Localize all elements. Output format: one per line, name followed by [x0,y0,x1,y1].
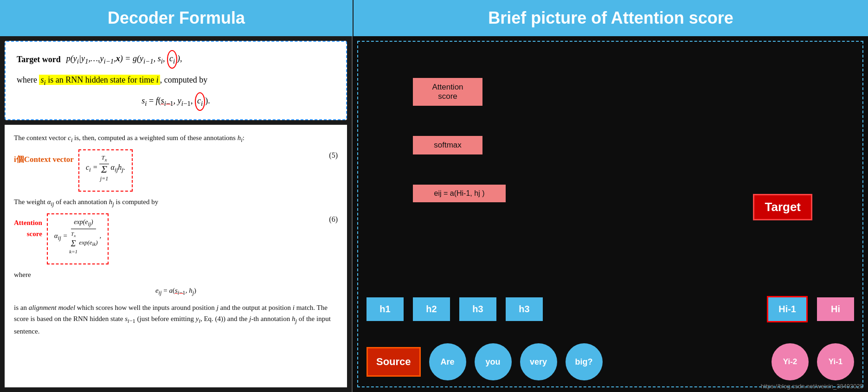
softmax-box: softmax [413,136,482,154]
hidden-states-row: h1 h2 h3 h3 Hi-1 Hi [366,296,854,322]
eij-formula: eij = a(si−1, hj) [14,285,338,297]
watermark: https://blog.csdn.net/weixin_38493025 [761,383,863,390]
formula-line2: where si is an RNN hidden state for time… [17,72,335,89]
right-header: Brief picture of Attention score [353,0,868,36]
formula-eq1: p(yi|y1,…,yi−1,x) = g(yi−1, si, ci), [66,50,182,69]
eq5-formula: ci = Tx Σ j=1 αijhj. [86,153,125,183]
eq6-row: αij = exp(eij) Tx Σ k=1 exp(eik) [54,217,101,256]
eq6-number: (6) [329,213,338,225]
left-panel: Target word p(yi|y1,…,yi−1,x) = g(yi−1, … [0,36,353,392]
formula-line1: Target word p(yi|y1,…,yi−1,x) = g(yi−1, … [17,50,335,69]
paragraph-3-where: where [14,269,338,280]
word-very: very [520,343,557,380]
eij-box: eij = a(Hi-1, hj ) [413,185,506,202]
h3-box-2: h3 [506,297,543,321]
context-vector-label: i個Context vector [14,153,74,166]
h1-box: h1 [366,297,404,321]
left-header: Decoder Formula [0,0,353,36]
right-panel: Attention score softmax eij = a(Hi-1, hj… [353,36,868,392]
formula-line3: si = f(si−1, yi−1, ci). [17,92,335,111]
text-content-area: The context vector ci is, then, computed… [5,125,347,387]
attention-score-label: Attention score [14,217,42,239]
yi-minus-2: Yi-2 [772,343,809,380]
eq5-dashed-box: ci = Tx Σ j=1 αijhj. [78,149,133,192]
highlight-si: si is an RNN hidden state for time i [39,75,160,85]
right-header-title: Brief picture of Attention score [488,8,733,28]
word-you: you [475,343,512,380]
paragraph-1: The context vector ci is, then, computed… [14,132,338,145]
eq5-row: ci = Tx Σ j=1 αijhj. [86,153,125,183]
attention-score-section: Attention score αij = exp(eij) Tx Σ [14,213,338,264]
hi-box: Hi [817,297,854,321]
hi-minus-1-box: Hi-1 [767,296,808,322]
formula-box: Target word p(yi|y1,…,yi−1,x) = g(yi−1, … [5,41,347,120]
yi-minus-1: Yi-1 [817,343,854,380]
attention-score-box: Attention score [413,78,482,106]
paragraph-2: The weight αij of each annotation hj is … [14,196,338,209]
h2-box: h2 [413,297,450,321]
source-label-box: Source [366,347,421,377]
left-header-title: Decoder Formula [108,8,245,28]
eq5-number: (5) [329,149,338,161]
paragraph-4: is an alignment model which scores how w… [14,302,338,337]
target-label: Target [753,194,812,220]
score-boxes-column: Attention score softmax eij = a(Hi-1, hj… [413,78,506,202]
target-word-label: Target word [17,52,61,67]
eq6-dashed-box: αij = exp(eij) Tx Σ k=1 exp(eik) [47,213,109,264]
source-row: Source Are you very big? Yi-2 Yi-1 [366,343,854,380]
eq6-formula: αij = exp(eij) Tx Σ k=1 exp(eik) [54,217,101,256]
context-vector-section: i個Context vector ci = Tx Σ j=1 αijhj. [14,149,338,192]
word-are: Are [429,343,466,380]
word-big: big? [566,343,603,380]
h3-box-1: h3 [459,297,496,321]
